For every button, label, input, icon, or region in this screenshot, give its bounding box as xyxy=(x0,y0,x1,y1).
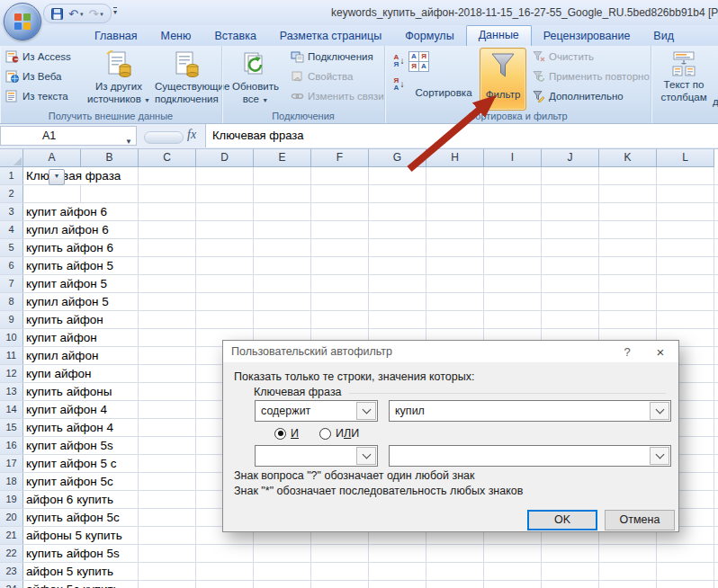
column-header-C[interactable]: C xyxy=(139,149,196,167)
column-header-D[interactable]: D xyxy=(196,149,254,167)
column-header-L[interactable]: L xyxy=(657,149,714,167)
row-header-21[interactable]: 21 xyxy=(0,527,23,544)
row-header-23[interactable]: 23 xyxy=(0,563,23,580)
advanced-filter-button[interactable]: Дополнительно xyxy=(532,90,624,102)
row-header-8[interactable]: 8 xyxy=(0,293,23,310)
redo-button[interactable]: ↷▾ xyxy=(88,8,103,20)
cell-A20[interactable]: купить айфон 5с xyxy=(23,509,120,526)
customize-qat-icon[interactable]: ▾ xyxy=(113,7,117,16)
row-header-4[interactable]: 4 xyxy=(0,221,23,238)
radio-or[interactable]: ИЛИ xyxy=(319,427,359,440)
cell-A22[interactable]: купить айфон 5s xyxy=(23,545,120,562)
tab-formuly[interactable]: Формулы xyxy=(393,27,465,46)
column-header-E[interactable]: E xyxy=(254,149,311,167)
tab-dannye[interactable]: Данные xyxy=(466,25,532,46)
tab-razmetka[interactable]: Разметка страницы xyxy=(268,27,393,46)
sort-ascending-button[interactable]: АЯ ↓ xyxy=(390,51,408,70)
cell-A13[interactable]: купить айфоны xyxy=(23,383,112,400)
row-header-17[interactable]: 17 xyxy=(0,455,23,472)
row-header-5[interactable]: 5 xyxy=(0,239,23,256)
column-header-K[interactable]: K xyxy=(599,149,657,167)
save-button[interactable] xyxy=(51,8,63,20)
row-header-10[interactable]: 10 xyxy=(0,329,23,346)
text-to-columns-button[interactable]: Текст по столбцам xyxy=(655,48,713,111)
cell-A10[interactable]: купит айфон xyxy=(23,329,97,346)
cell-A6[interactable]: купить айфон 5 xyxy=(23,257,113,274)
chevron-down-icon[interactable] xyxy=(356,402,376,420)
tab-menu[interactable]: Меню xyxy=(149,27,203,46)
tab-glavnaya[interactable]: Главная xyxy=(83,27,149,46)
cell-A7[interactable]: купит айфон 5 xyxy=(23,275,107,292)
sort-descending-button[interactable]: ЯА ↓ xyxy=(390,75,408,94)
row-header-18[interactable]: 18 xyxy=(0,473,23,490)
row-header-12[interactable]: 12 xyxy=(0,365,23,382)
from-text-button[interactable]: Из текста xyxy=(5,90,68,102)
cell-A19[interactable]: айфон 6 купить xyxy=(23,491,113,508)
office-button[interactable] xyxy=(4,3,41,40)
ok-button[interactable]: OK xyxy=(527,510,597,530)
row-header-13[interactable]: 13 xyxy=(0,383,23,400)
cell-A16[interactable]: купит айфон 5s xyxy=(23,437,113,454)
cell-A21[interactable]: айфоны 5 купить xyxy=(23,527,122,544)
autofilter-dropdown-button[interactable]: ▼ xyxy=(49,169,65,185)
value1-dropdown[interactable]: купил xyxy=(389,400,671,422)
row-header-2[interactable]: 2 xyxy=(0,185,23,202)
cell-A12[interactable]: купи айфон xyxy=(23,365,92,382)
radio-and[interactable]: И xyxy=(274,427,299,440)
row-header-3[interactable]: 3 xyxy=(0,203,23,220)
connections-button[interactable]: Подключения xyxy=(291,50,373,63)
tab-vid[interactable]: Вид xyxy=(642,27,686,46)
row-header-15[interactable]: 15 xyxy=(0,419,23,436)
row-header-9[interactable]: 9 xyxy=(0,311,23,328)
cell-A9[interactable]: купить айфон xyxy=(23,311,103,328)
edit-links-button[interactable]: Изменить связи xyxy=(291,90,384,102)
properties-button[interactable]: Свойства xyxy=(291,70,354,83)
row-header-6[interactable]: 6 xyxy=(0,257,23,274)
cell-A17[interactable]: купит айфон 5 с xyxy=(23,455,116,472)
column-header-H[interactable]: H xyxy=(426,149,484,167)
cell-A14[interactable]: купит айфон 4 xyxy=(23,401,107,418)
cell-A2[interactable] xyxy=(23,185,26,202)
cell-A24[interactable]: айфон 5с купить xyxy=(23,581,120,588)
chevron-down-icon[interactable] xyxy=(650,402,669,420)
formula-content[interactable]: Ключевая фраза xyxy=(205,124,718,147)
value2-dropdown[interactable] xyxy=(389,445,671,467)
existing-connections-button[interactable]: Существующие подключения xyxy=(155,48,218,111)
operator2-dropdown[interactable] xyxy=(255,445,378,467)
column-header-B[interactable]: B xyxy=(81,149,139,167)
row-header-11[interactable]: 11 xyxy=(0,347,23,364)
dialog-close-button[interactable]: × xyxy=(642,344,678,360)
operator1-dropdown[interactable]: содержит xyxy=(255,400,378,422)
from-other-sources-button[interactable]: Из других источников ▼ xyxy=(86,48,151,111)
undo-button[interactable]: ↶▾ xyxy=(68,8,83,20)
cell-A4[interactable]: купил айфон 6 xyxy=(23,221,109,238)
clear-filter-button[interactable]: Очистить xyxy=(532,50,594,63)
name-box[interactable]: A1 ▼ xyxy=(0,126,137,146)
refresh-all-button[interactable]: Обновить все ▼ xyxy=(228,48,283,111)
row-header-1[interactable]: 1 xyxy=(0,167,23,184)
row-header-7[interactable]: 7 xyxy=(0,275,23,292)
cell-A18[interactable]: купит айфон 5с xyxy=(23,473,113,490)
column-header-J[interactable]: J xyxy=(542,149,599,167)
insert-function-button[interactable]: fx xyxy=(187,128,196,142)
column-header-A[interactable]: A xyxy=(23,149,81,167)
from-access-button[interactable]: Из Access xyxy=(5,50,71,63)
column-header-G[interactable]: G xyxy=(369,149,426,167)
chevron-down-icon[interactable] xyxy=(356,447,376,465)
reapply-filter-button[interactable]: Применить повторно xyxy=(532,70,650,83)
cell-A1[interactable]: Ключевая фраза xyxy=(23,167,121,184)
sort-button[interactable]: АЯ ЯА Сортировка xyxy=(409,48,478,111)
cell-A15[interactable]: купить айфон 4 xyxy=(23,419,113,436)
row-header-16[interactable]: 16 xyxy=(0,437,23,454)
row-header-22[interactable]: 22 xyxy=(0,545,23,562)
dialog-help-button[interactable]: ? xyxy=(612,345,642,359)
from-web-button[interactable]: Из Веба xyxy=(5,70,61,83)
row-header-14[interactable]: 14 xyxy=(0,401,23,418)
column-header-I[interactable]: I xyxy=(484,149,542,167)
row-header-19[interactable]: 19 xyxy=(0,491,23,508)
chevron-down-icon[interactable] xyxy=(650,447,669,465)
name-box-dropdown-icon[interactable]: ▼ xyxy=(125,133,132,151)
select-all-corner[interactable] xyxy=(0,149,23,167)
row-header-24[interactable]: 24 xyxy=(0,581,23,588)
cell-A23[interactable]: айфон 5 купить xyxy=(23,563,113,580)
